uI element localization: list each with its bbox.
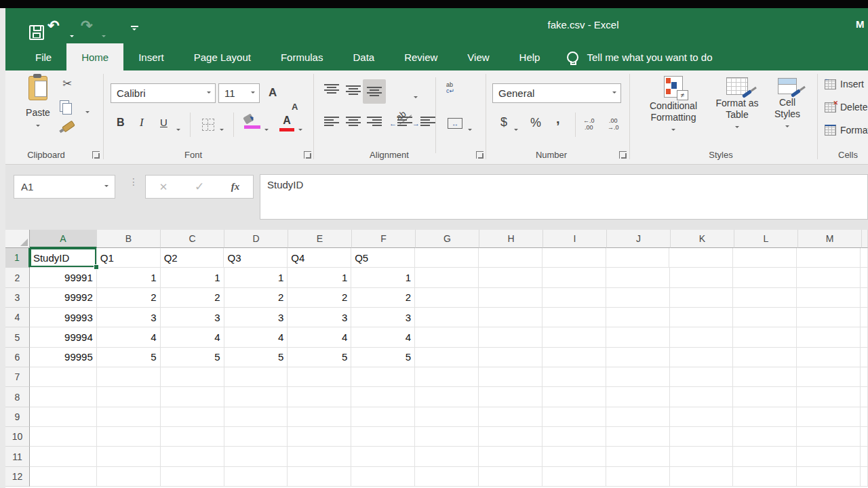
redo-icon[interactable]: ↷ [81, 19, 93, 33]
insert-cells-button[interactable]: ← Insert [825, 79, 864, 89]
cell-E6[interactable]: 5 [288, 348, 351, 367]
cell-F10[interactable] [351, 427, 415, 447]
italic-button[interactable]: I [140, 116, 144, 129]
redo-dropdown-icon[interactable] [102, 30, 106, 42]
row-header-4[interactable]: 4 [5, 308, 30, 327]
cell-I1[interactable] [542, 248, 606, 268]
cell-I4[interactable] [542, 308, 606, 327]
cell-F11[interactable] [351, 447, 415, 466]
font-color-icon[interactable]: A [279, 115, 294, 131]
cell-C1[interactable]: Q2 [161, 248, 224, 268]
row-header-10[interactable]: 10 [5, 427, 30, 447]
cell-J6[interactable] [606, 348, 670, 367]
font-size-combobox[interactable]: 11 [218, 83, 260, 103]
fill-color-dropdown-icon[interactable] [264, 123, 269, 136]
column-header-j[interactable]: J [607, 230, 671, 248]
cell-C2[interactable]: 1 [161, 268, 224, 287]
cell-I8[interactable] [542, 387, 606, 407]
cell-B6[interactable]: 5 [97, 348, 161, 367]
cell-F4[interactable]: 3 [351, 308, 415, 327]
cell-A1[interactable]: StudyID [30, 248, 97, 268]
font-name-combobox[interactable]: Calibri [111, 83, 216, 103]
cell-M8[interactable] [797, 387, 861, 407]
cell-H5[interactable] [479, 327, 542, 347]
cell-K6[interactable] [670, 348, 734, 367]
cell-D10[interactable] [224, 427, 288, 447]
middle-align-icon[interactable] [346, 85, 361, 98]
cell-H3[interactable] [479, 288, 542, 308]
tab-page-layout[interactable]: Page Layout [179, 43, 266, 70]
decrease-indent-icon[interactable]: ← [389, 117, 408, 129]
cell-E7[interactable] [288, 367, 351, 387]
cell-B12[interactable] [97, 467, 161, 487]
cell-C6[interactable]: 5 [161, 348, 224, 367]
cell-A4[interactable]: 99993 [30, 308, 97, 327]
cell-H7[interactable] [479, 367, 542, 387]
cut-icon[interactable]: ✂ [62, 77, 72, 91]
font-dialog-launcher-icon[interactable] [304, 151, 311, 159]
format-painter-icon[interactable] [62, 123, 75, 129]
tab-file[interactable]: File [20, 43, 66, 70]
tab-view[interactable]: View [452, 43, 504, 70]
cell-A3[interactable]: 99992 [30, 288, 97, 308]
cell-G5[interactable] [415, 327, 479, 347]
cell-K1[interactable] [669, 248, 733, 268]
cell-B11[interactable] [97, 447, 161, 466]
merge-center-icon[interactable]: ↔ [448, 118, 462, 129]
underline-dropdown-icon[interactable] [176, 123, 180, 136]
column-header-a[interactable]: A [30, 230, 97, 248]
column-header-m[interactable]: M [798, 230, 862, 248]
cell-J9[interactable] [606, 407, 670, 427]
cell-I3[interactable] [542, 288, 606, 308]
row-header-11[interactable]: 11 [5, 447, 30, 466]
cell-H4[interactable] [479, 308, 542, 327]
column-header-i[interactable]: I [543, 230, 607, 248]
cell-K12[interactable] [670, 467, 734, 487]
alignment-dialog-launcher-icon[interactable] [476, 151, 484, 159]
cell-L8[interactable] [733, 387, 797, 407]
cell-B1[interactable]: Q1 [97, 248, 161, 268]
name-box[interactable]: A1 [14, 175, 115, 199]
cell-J10[interactable] [606, 427, 670, 447]
cell-G4[interactable] [415, 308, 479, 327]
number-dialog-launcher-icon[interactable] [619, 151, 627, 159]
cell-J1[interactable] [606, 248, 670, 268]
cell-A10[interactable] [30, 427, 97, 447]
cell-D4[interactable]: 3 [224, 308, 288, 327]
cell-M2[interactable] [797, 268, 861, 287]
increase-decimal-icon[interactable]: ←.0 .00 [583, 118, 595, 131]
cell-L3[interactable] [733, 288, 797, 308]
row-header-9[interactable]: 9 [5, 407, 30, 427]
cell-A11[interactable] [30, 447, 97, 466]
row-header-8[interactable]: 8 [5, 387, 30, 407]
cell-D2[interactable]: 1 [224, 268, 288, 287]
cell-E8[interactable] [288, 387, 351, 407]
cell-H10[interactable] [479, 427, 542, 447]
cell-H9[interactable] [479, 407, 542, 427]
cell-D7[interactable] [224, 367, 288, 387]
cell-A12[interactable] [30, 467, 97, 487]
column-header-b[interactable]: B [97, 230, 161, 248]
undo-dropdown-icon[interactable] [70, 30, 74, 42]
cell-E5[interactable]: 4 [288, 327, 351, 347]
cell-A6[interactable]: 99995 [30, 348, 97, 367]
cell-J5[interactable] [606, 327, 670, 347]
cell-B5[interactable]: 4 [97, 327, 161, 347]
cell-D3[interactable]: 2 [224, 288, 288, 308]
paste-button[interactable]: Paste [23, 76, 53, 131]
name-box-dropdown-icon[interactable] [104, 185, 108, 189]
format-as-table-button[interactable]: Format as Table [711, 77, 763, 133]
cell-F3[interactable]: 2 [351, 288, 415, 308]
account-name[interactable]: M [856, 18, 865, 30]
undo-icon[interactable]: ↶ [47, 19, 60, 33]
cell-A5[interactable]: 99994 [30, 327, 97, 347]
cell-G3[interactable] [415, 288, 479, 308]
cell-D5[interactable]: 4 [224, 327, 288, 347]
cell-D11[interactable] [224, 447, 288, 466]
tab-data[interactable]: Data [338, 43, 389, 70]
cell-F6[interactable]: 5 [351, 348, 415, 367]
cell-C3[interactable]: 2 [161, 288, 224, 308]
tab-help[interactable]: Help [505, 43, 555, 70]
cell-J7[interactable] [606, 367, 670, 387]
column-header-d[interactable]: D [224, 230, 288, 248]
